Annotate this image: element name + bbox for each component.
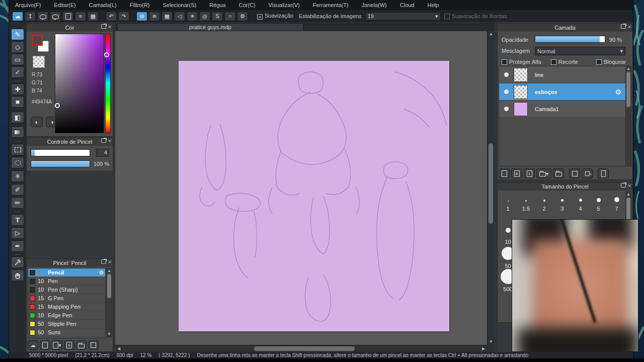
menu-filtro[interactable]: Filtro(R) [129,1,151,9]
layer-row-line[interactable]: line [499,66,625,83]
menu-regua[interactable]: Régua [208,1,226,9]
move-tool[interactable]: ✚ [11,83,24,95]
comment-button[interactable] [50,12,61,21]
brush-row-pencil[interactable]: 4Pencil⚙ [28,268,105,277]
delete-layer-button[interactable] [598,168,609,178]
suavizacao-bordas-checkbox[interactable]: Suavização de Bordas [444,13,507,19]
brush-row-edge-pen[interactable]: 10Edge Pen [28,311,105,320]
new-layer-button[interactable] [499,168,510,178]
brush-size-value[interactable]: 4 [96,149,109,157]
size-cell-4[interactable]: 4 [572,192,589,212]
sv-picker-marker[interactable] [55,103,60,108]
layer-row-esbocos[interactable]: esboços ⚙ [499,83,625,101]
snap-grid-button[interactable]: ▦ [162,12,173,21]
new-8bit-layer-button[interactable]: 8 [511,168,522,178]
snap-radial-button[interactable]: ✳ [187,12,198,21]
hue-slider-marker[interactable] [104,52,109,57]
transform-tool[interactable]: ■ [11,96,24,108]
estabilizacao-dropdown[interactable]: 19▾ [365,12,441,21]
brush-row-pen[interactable]: 10Pen [28,277,105,286]
menu-visualizar[interactable]: Visualizar(V) [268,1,301,9]
layer-settings-gear-icon[interactable]: ⚙ [615,88,621,96]
brush-size-slider[interactable] [31,149,90,156]
pen-tool[interactable]: ✒ [11,240,24,252]
document-button[interactable] [62,12,73,21]
redo-button[interactable]: ↷ [118,12,129,21]
layer-visible-icon[interactable] [504,107,509,111]
snap-vanishing-button[interactable]: ◁ [174,12,185,21]
select-eraser-tool[interactable]: ✏ [11,197,24,209]
hand-tool[interactable] [11,269,24,281]
dot-pen-tool[interactable]: ✓ [11,66,24,78]
cloud-save-button[interactable]: ☁ [12,12,23,21]
drawing-canvas[interactable] [179,61,449,331]
suavizacao-checkbox[interactable]: ×Suavização [257,13,293,20]
lock-checkbox[interactable]: Bloquear [596,59,626,65]
add-brush-menu-button[interactable]: ▾ [52,340,62,350]
snap-ellipse-button[interactable]: ○ [224,12,235,21]
brush-opacity-slider[interactable] [31,160,90,167]
brush-row-pen-sharp[interactable]: 10Pen (Sharp) [28,286,105,294]
duplicate-layer-button[interactable] [569,168,580,178]
chat-button[interactable] [37,12,48,21]
canvas-viewport[interactable] [115,31,487,345]
layer-folder-button[interactable] [553,168,564,178]
canvas-hscrollbar[interactable]: ◀ ▶ [115,345,487,351]
text-tool[interactable]: T [11,214,24,226]
close-icon[interactable]: × [108,138,111,144]
saturation-value-picker[interactable] [55,34,104,133]
close-icon[interactable]: × [108,24,111,30]
menu-help[interactable]: Help [427,1,440,9]
new-folder-menu-button[interactable]: ▾ [536,168,551,178]
material-button[interactable]: ▦ [88,12,99,21]
snap-parallel-button[interactable]: ≋ [149,12,160,21]
select-pen-tool[interactable]: ✐ [11,184,24,196]
layer-list-scrollbar[interactable]: ▲ [625,66,631,166]
layer-row-camada1[interactable]: Camada1 [499,101,625,118]
brush-list-scrollbar[interactable]: ▲▼ [106,268,112,337]
new-1bit-layer-button[interactable]: 1 [524,168,535,178]
close-icon[interactable]: × [628,24,631,30]
add-brush-button[interactable] [40,340,50,350]
brush-row-stipple-pen[interactable]: 50Stipple Pen [28,320,105,328]
size-cell-1-5[interactable]: 1.5 [517,192,535,212]
menu-arquivo[interactable]: Arquivo(F) [14,1,42,9]
menu-camada[interactable]: Camada(L) [88,1,118,9]
select-rect-tool[interactable]: ▭ [11,54,24,65]
popup-icon[interactable] [101,259,106,264]
script-brush-button[interactable]: s [64,340,74,350]
canvas-vscrollbar[interactable]: ▲ ▼ [487,31,494,345]
brush-row-mapping-pen[interactable]: 15Mapping Pen [28,303,105,311]
menu-cor[interactable]: Cor(C) [238,1,257,9]
layer-visible-icon[interactable] [504,89,509,94]
size-cell-1[interactable]: 1 [499,192,517,212]
size-cell-5[interactable]: 5 [590,192,607,212]
popup-icon[interactable] [101,24,106,29]
select-lasso-tool[interactable] [11,144,24,155]
popup-icon[interactable] [621,24,626,29]
snap-concentric-button[interactable]: ◎ [199,12,210,21]
menu-ferramenta[interactable]: Ferramenta(T) [312,1,350,9]
brush-settings-gear-icon[interactable]: ⚙ [99,269,104,276]
popup-icon[interactable] [101,138,106,143]
brush-folder-button[interactable] [76,340,87,350]
select-polygon-tool[interactable] [11,157,24,168]
protect-alpha-checkbox[interactable]: Proteger Alfa [502,59,541,65]
bucket-tool[interactable]: ◧ [11,112,24,123]
merge-layer-button[interactable] [582,168,593,178]
snap-settings-button[interactable]: ⚙ [237,12,248,21]
snap-off-button[interactable]: ⊘ [136,12,147,21]
clipping-checkbox[interactable]: Recorte [551,59,578,65]
menu-selecionar[interactable]: Selecionar(S) [162,1,198,9]
brush-cloud-button[interactable]: ☁ [28,340,38,350]
layer-opacity-slider[interactable] [535,36,605,43]
close-icon[interactable]: × [108,259,111,265]
foreground-color-swatch[interactable] [32,35,43,46]
brush-row-g-pen[interactable]: 15G Pen [28,294,105,303]
list-button[interactable]: ≡ [75,12,86,21]
snap-curve-button[interactable]: S [212,12,223,21]
magic-wand-tool[interactable]: ✳ [11,170,24,182]
size-cell-2[interactable]: 2 [535,192,553,212]
menu-editar[interactable]: Editar(E) [53,1,76,9]
document-tab[interactable]: pratice guys.mdp [117,23,303,31]
